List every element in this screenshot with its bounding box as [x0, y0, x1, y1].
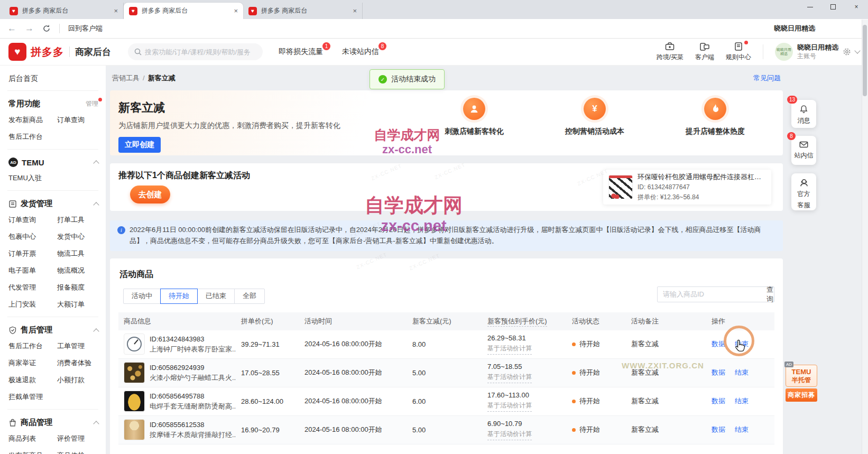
status-cell: 待开始: [567, 396, 626, 406]
sidebar-item[interactable]: 代发管理: [8, 283, 57, 292]
sidebar-item[interactable]: 发货中心: [57, 232, 106, 242]
rules-center-label: 规则中心: [726, 53, 751, 62]
query-button[interactable]: 查询: [761, 285, 779, 304]
sidebar-item[interactable]: 小额打款: [57, 375, 106, 385]
maximize-button[interactable]: [821, 0, 845, 14]
sidebar-item[interactable]: 商家举证: [8, 358, 57, 368]
go-create-button[interactable]: 去创建: [130, 186, 170, 203]
sidebar-item-home[interactable]: 后台首页: [0, 66, 106, 90]
sidebar-item[interactable]: 打单工具: [57, 215, 106, 225]
tab-pending-start[interactable]: 待开始: [160, 289, 198, 304]
sidebar-section-aftersale[interactable]: 售后管理: [0, 317, 106, 340]
sidebar-item[interactable]: 包裹中心: [8, 232, 57, 242]
browser-tab-3[interactable]: ♥ 拼多多 商家后台 ×: [243, 3, 363, 19]
goods-id-input[interactable]: [658, 290, 761, 298]
faq-link[interactable]: 常见问题: [753, 73, 781, 83]
sidebar-item[interactable]: 报备额度: [57, 283, 106, 292]
official-service-float-button[interactable]: 官方 客服: [791, 173, 816, 210]
end-link[interactable]: 结束: [735, 396, 749, 406]
sidebar-item[interactable]: 极速退款: [8, 375, 57, 385]
chevron-up-icon[interactable]: [93, 421, 99, 427]
sidebar-item[interactable]: 上门安装: [8, 300, 57, 309]
time-cell: 2024-05-16 08:00:00开始: [299, 425, 407, 434]
site-mail-float-button[interactable]: 站内信: [791, 136, 816, 165]
browser-tab-1[interactable]: ♥ 拼多多 商家后台 ×: [4, 3, 124, 19]
goods-info-cell: ID:613424843983上海钟厂时钟表客厅卧室家...: [118, 333, 236, 355]
goods-info-cell: ID:605855612538按摩锤子木质敲背捶敲打经...: [118, 419, 236, 440]
sidebar-item[interactable]: 评价管理: [57, 434, 106, 443]
pinduoduo-logo[interactable]: ♥: [8, 43, 26, 61]
breadcrumb-parent[interactable]: 营销工具: [112, 73, 140, 83]
headset-icon: [799, 178, 809, 187]
back-icon[interactable]: ←: [7, 23, 16, 34]
sidebar-section-temu[interactable]: AD TEMU: [0, 150, 106, 172]
recommended-product-card[interactable]: 环保哑铃杆包胶通用螺母配件连接器杠铃家用... ID: 613424877647…: [603, 170, 771, 205]
global-search[interactable]: [128, 43, 263, 60]
sidebar-section-shipping[interactable]: 发货管理: [0, 191, 106, 214]
traffic-loss-link[interactable]: 即将损失流量 1: [279, 47, 323, 57]
data-link[interactable]: 数据: [712, 368, 725, 377]
service-label-line2: 客服: [798, 201, 810, 209]
manage-link[interactable]: 管理: [86, 99, 98, 108]
sidebar-item[interactable]: 消费者体验: [57, 358, 106, 368]
data-link[interactable]: 数据: [712, 396, 725, 406]
tab-active-now[interactable]: 活动中: [123, 289, 161, 304]
rules-center-link[interactable]: 规则中心: [726, 42, 751, 62]
unread-mail-link[interactable]: 未读站内信 8: [342, 47, 379, 57]
back-to-client-link[interactable]: 回到客户端: [68, 24, 103, 33]
data-link[interactable]: 数据: [712, 339, 725, 349]
sidebar-item[interactable]: 物流工具: [57, 249, 106, 258]
sidebar-item[interactable]: 物流概况: [57, 266, 106, 275]
sidebar-item[interactable]: 售后工作台: [8, 341, 57, 351]
tab-close-icon[interactable]: ×: [353, 7, 357, 15]
sidebar-section-goods[interactable]: 商品管理: [0, 410, 106, 433]
yen-coin-icon: ¥: [584, 98, 606, 120]
client-app-link[interactable]: 客户端: [695, 42, 714, 62]
sidebar-item[interactable]: 商品体检: [57, 451, 106, 454]
close-icon: ×: [854, 3, 858, 11]
cross-border-link[interactable]: 跨境/买菜: [657, 42, 684, 62]
search-input[interactable]: [145, 48, 251, 56]
chevron-up-icon[interactable]: [93, 160, 99, 166]
scrollbar-thumb[interactable]: [863, 25, 867, 96]
sidebar-item[interactable]: 订单查询: [8, 215, 57, 225]
sidebar-item[interactable]: 商品列表: [8, 434, 57, 443]
est-note: 基于活动价计算: [487, 344, 532, 355]
sidebar-item[interactable]: 发布新商品: [8, 451, 57, 454]
end-link[interactable]: 结束: [735, 339, 749, 349]
close-button[interactable]: ×: [845, 0, 868, 14]
remark-cell: 新客立减: [626, 425, 706, 434]
gear-icon[interactable]: [843, 48, 851, 56]
data-link[interactable]: 数据: [712, 425, 725, 434]
temu-recruit-badge[interactable]: AD TEMU 半托管 商家招募: [786, 365, 817, 402]
chevron-down-icon[interactable]: [854, 48, 860, 53]
sidebar-item[interactable]: 订单开票: [8, 249, 57, 258]
sidebar-item[interactable]: 发布新商品: [8, 115, 57, 125]
sidebar-item[interactable]: 电子面单: [8, 266, 57, 275]
browser-profile-name[interactable]: 晓晓日用精选: [774, 24, 815, 33]
sidebar-item[interactable]: 工单管理: [57, 341, 106, 351]
sidebar-item[interactable]: 订单查询: [57, 115, 106, 125]
sidebar-section-frequent[interactable]: 常用功能 管理: [0, 91, 106, 114]
chevron-up-icon[interactable]: [93, 202, 99, 208]
scrollbar-track[interactable]: [862, 20, 868, 454]
message-float-button[interactable]: 消息: [791, 100, 816, 128]
minimize-button[interactable]: [798, 0, 821, 14]
create-now-button[interactable]: 立即创建: [118, 137, 161, 153]
tab-close-icon[interactable]: ×: [114, 7, 118, 15]
reload-icon[interactable]: [42, 24, 51, 33]
forward-icon[interactable]: →: [25, 23, 34, 34]
browser-tab-2-active[interactable]: ♥ 拼多多 商家后台 ×: [124, 3, 243, 19]
sidebar-item[interactable]: 拦截单管理: [8, 392, 57, 402]
chevron-up-icon[interactable]: [93, 328, 99, 334]
sidebar-item[interactable]: 售后工作台: [8, 132, 57, 142]
tab-ended[interactable]: 已结束: [197, 289, 235, 304]
tab-all[interactable]: 全部: [234, 289, 265, 304]
end-link[interactable]: 结束: [735, 425, 749, 434]
sidebar-item[interactable]: TEMU入驻: [8, 173, 57, 183]
end-link[interactable]: 结束: [735, 368, 749, 377]
sidebar-item[interactable]: 大额订单: [57, 300, 106, 309]
product-id: ID: 613424877647: [638, 182, 766, 192]
account-menu[interactable]: 晓晓日用 精选 晓晓日用精选 主账号: [775, 43, 860, 61]
tab-close-icon[interactable]: ×: [234, 7, 238, 15]
